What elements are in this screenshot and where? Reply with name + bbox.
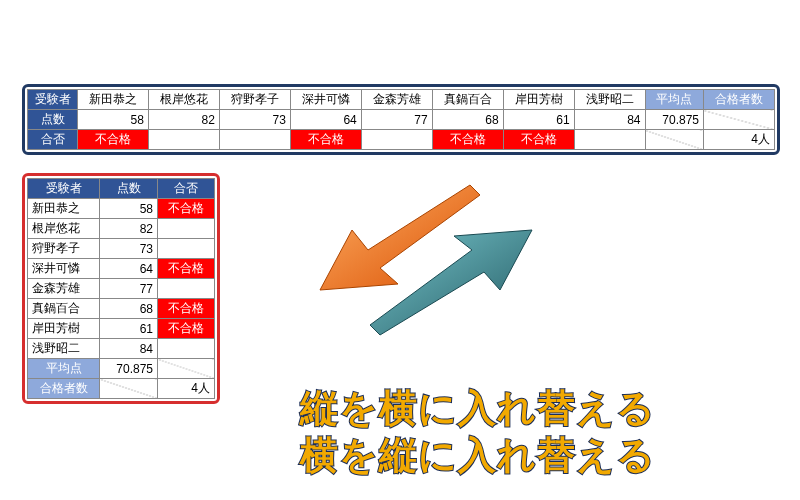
- h-result-1[interactable]: [148, 130, 219, 150]
- v-name-5[interactable]: 真鍋百合: [28, 299, 100, 319]
- v-passcount[interactable]: 4人: [158, 379, 215, 399]
- h-diag-2: [645, 130, 703, 150]
- h-name-6[interactable]: 岸田芳樹: [503, 90, 574, 110]
- h-result-6[interactable]: 不合格: [503, 130, 574, 150]
- v-hdr-passcount: 合格者数: [28, 379, 100, 399]
- v-avg[interactable]: 70.875: [100, 359, 158, 379]
- v-score-3[interactable]: 64: [100, 259, 158, 279]
- v-result-3[interactable]: 不合格: [158, 259, 215, 279]
- h-name-0[interactable]: 新田恭之: [78, 90, 149, 110]
- h-hdr-passcount: 合格者数: [703, 90, 774, 110]
- swap-arrows-icon: [300, 180, 540, 350]
- v-name-1[interactable]: 根岸悠花: [28, 219, 100, 239]
- h-name-3[interactable]: 深井可憐: [290, 90, 361, 110]
- v-hdr-score: 点数: [100, 179, 158, 199]
- h-result-0[interactable]: 不合格: [78, 130, 149, 150]
- v-score-4[interactable]: 77: [100, 279, 158, 299]
- v-score-6[interactable]: 61: [100, 319, 158, 339]
- v-score-7[interactable]: 84: [100, 339, 158, 359]
- h-passcount[interactable]: 4人: [703, 130, 774, 150]
- v-result-5[interactable]: 不合格: [158, 299, 215, 319]
- h-diag-1: [703, 110, 774, 130]
- v-score-5[interactable]: 68: [100, 299, 158, 319]
- h-result-2[interactable]: [219, 130, 290, 150]
- v-name-0[interactable]: 新田恭之: [28, 199, 100, 219]
- h-score-0[interactable]: 58: [78, 110, 149, 130]
- horizontal-table[interactable]: 受験者 新田恭之 根岸悠花 狩野孝子 深井可憐 金森芳雄 真鍋百合 岸田芳樹 浅…: [22, 84, 780, 155]
- v-result-1[interactable]: [158, 219, 215, 239]
- v-diag-1: [158, 359, 215, 379]
- v-name-6[interactable]: 岸田芳樹: [28, 319, 100, 339]
- h-row-score: 点数 58 82 73 64 77 68 61 84 70.875: [28, 110, 775, 130]
- v-result-6[interactable]: 不合格: [158, 319, 215, 339]
- h-name-5[interactable]: 真鍋百合: [432, 90, 503, 110]
- v-score-1[interactable]: 82: [100, 219, 158, 239]
- v-name-2[interactable]: 狩野孝子: [28, 239, 100, 259]
- h-avg[interactable]: 70.875: [645, 110, 703, 130]
- v-hdr-result: 合否: [158, 179, 215, 199]
- v-hdr-avg: 平均点: [28, 359, 100, 379]
- h-hdr-result: 合否: [28, 130, 78, 150]
- caption-swap-hv: 横を縦に入れ替える: [300, 430, 656, 481]
- vertical-table[interactable]: 受験者 点数 合否 新田恭之 58 不合格 根岸悠花 82 狩野孝子 73 深井…: [22, 173, 220, 404]
- v-diag-2: [100, 379, 158, 399]
- v-score-0[interactable]: 58: [100, 199, 158, 219]
- h-row-examinee: 受験者 新田恭之 根岸悠花 狩野孝子 深井可憐 金森芳雄 真鍋百合 岸田芳樹 浅…: [28, 90, 775, 110]
- h-name-4[interactable]: 金森芳雄: [361, 90, 432, 110]
- v-result-0[interactable]: 不合格: [158, 199, 215, 219]
- h-name-2[interactable]: 狩野孝子: [219, 90, 290, 110]
- h-score-1[interactable]: 82: [148, 110, 219, 130]
- h-result-5[interactable]: 不合格: [432, 130, 503, 150]
- v-name-7[interactable]: 浅野昭二: [28, 339, 100, 359]
- h-score-3[interactable]: 64: [290, 110, 361, 130]
- h-result-4[interactable]: [361, 130, 432, 150]
- h-hdr-score: 点数: [28, 110, 78, 130]
- h-score-7[interactable]: 84: [574, 110, 645, 130]
- h-score-6[interactable]: 61: [503, 110, 574, 130]
- h-name-1[interactable]: 根岸悠花: [148, 90, 219, 110]
- h-result-7[interactable]: [574, 130, 645, 150]
- h-score-4[interactable]: 77: [361, 110, 432, 130]
- v-hdr-examinee: 受験者: [28, 179, 100, 199]
- h-hdr-avg: 平均点: [645, 90, 703, 110]
- v-result-7[interactable]: [158, 339, 215, 359]
- v-score-2[interactable]: 73: [100, 239, 158, 259]
- v-result-4[interactable]: [158, 279, 215, 299]
- h-hdr-examinee: 受験者: [28, 90, 78, 110]
- v-result-2[interactable]: [158, 239, 215, 259]
- h-score-5[interactable]: 68: [432, 110, 503, 130]
- h-name-7[interactable]: 浅野昭二: [574, 90, 645, 110]
- h-row-result: 合否 不合格 不合格 不合格 不合格 4人: [28, 130, 775, 150]
- caption-swap-vh: 縦を横に入れ替える: [300, 383, 656, 434]
- h-result-3[interactable]: 不合格: [290, 130, 361, 150]
- h-score-2[interactable]: 73: [219, 110, 290, 130]
- v-name-4[interactable]: 金森芳雄: [28, 279, 100, 299]
- v-name-3[interactable]: 深井可憐: [28, 259, 100, 279]
